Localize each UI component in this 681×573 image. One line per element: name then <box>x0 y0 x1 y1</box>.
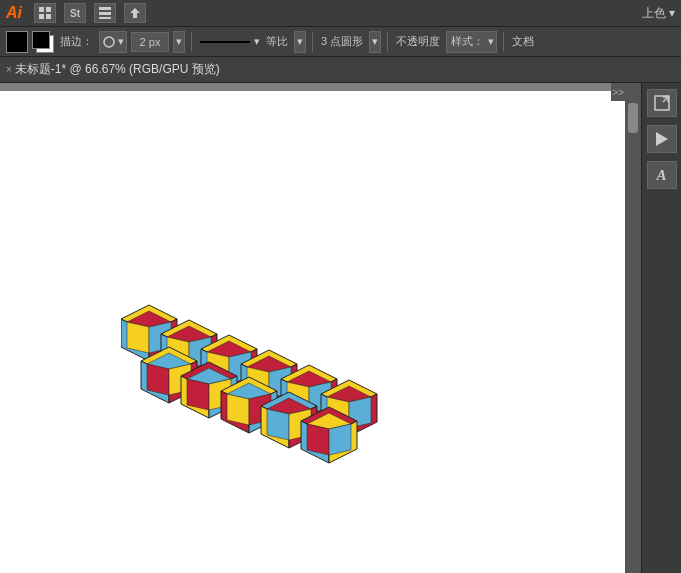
stroke-width-unit[interactable]: ▾ <box>173 31 185 53</box>
svg-rect-1 <box>46 7 51 12</box>
svg-marker-77 <box>656 132 668 146</box>
svg-marker-13 <box>127 322 149 353</box>
right-panel: A <box>641 83 681 573</box>
divider-1 <box>191 32 192 52</box>
svg-rect-2 <box>39 14 44 19</box>
line-style-select[interactable]: ▾ <box>198 35 260 48</box>
scrollbar-thumb[interactable] <box>628 103 638 133</box>
divider-4 <box>503 32 504 52</box>
svg-marker-61 <box>227 394 249 425</box>
tab-title: 未标题-1* @ 66.67% (RGB/GPU 预览) <box>15 61 220 78</box>
svg-rect-4 <box>99 7 111 10</box>
svg-rect-3 <box>46 14 51 19</box>
svg-point-8 <box>104 37 114 47</box>
menu-btn-arrow[interactable] <box>124 3 146 23</box>
svg-rect-6 <box>99 17 111 19</box>
main-layout: >> <box>0 83 681 573</box>
style-select[interactable]: 样式： ▾ <box>446 31 497 53</box>
svg-marker-55 <box>187 379 209 410</box>
stroke-label: 描边： <box>60 34 93 49</box>
opacity-label: 不透明度 <box>396 34 440 49</box>
line-preview <box>200 41 250 43</box>
svg-marker-67 <box>267 409 289 440</box>
menu-btn-grid[interactable] <box>94 3 116 23</box>
svg-rect-0 <box>39 7 44 12</box>
top-right-label[interactable]: 上色 ▾ <box>642 5 675 22</box>
fill-swatch[interactable] <box>6 31 28 53</box>
tab-bar: × 未标题-1* @ 66.67% (RGB/GPU 预览) <box>0 57 681 83</box>
divider-2 <box>312 32 313 52</box>
doc-label: 文档 <box>512 34 534 49</box>
ratio-label: 等比 <box>266 34 288 49</box>
stroke-type-select[interactable]: ▾ <box>99 31 127 53</box>
tab-close-btn[interactable]: × <box>6 64 12 75</box>
menu-btn-1[interactable] <box>34 3 56 23</box>
iso-art-svg <box>121 265 521 475</box>
ratio-select[interactable]: ▾ <box>294 31 306 53</box>
expand-button[interactable] <box>647 89 677 117</box>
svg-rect-5 <box>99 12 111 15</box>
options-bar: 描边： ▾ 2 px ▾ ▾ 等比 ▾ 3 点圆形 ▾ 不透明度 样式： ▾ 文… <box>0 27 681 57</box>
svg-marker-74 <box>329 424 351 455</box>
menu-bar: Ai St 上色 ▾ <box>0 0 681 27</box>
svg-marker-73 <box>307 424 329 455</box>
point-select[interactable]: ▾ <box>369 31 381 53</box>
text-button[interactable]: A <box>647 161 677 189</box>
style-label: 样式： <box>451 34 484 49</box>
svg-marker-49 <box>147 364 169 395</box>
play-button[interactable] <box>647 125 677 153</box>
app-logo: Ai <box>6 4 22 22</box>
stroke-swatch[interactable] <box>32 31 54 53</box>
collapse-arrow[interactable]: >> <box>611 83 625 101</box>
scrollbar-vertical[interactable] <box>625 83 641 573</box>
point-label: 3 点圆形 <box>321 34 363 49</box>
canvas-area[interactable]: >> <box>0 83 641 573</box>
menu-btn-st[interactable]: St <box>64 3 86 23</box>
svg-marker-7 <box>130 8 140 18</box>
divider-3 <box>387 32 388 52</box>
stroke-width-input[interactable]: 2 px <box>131 32 169 52</box>
